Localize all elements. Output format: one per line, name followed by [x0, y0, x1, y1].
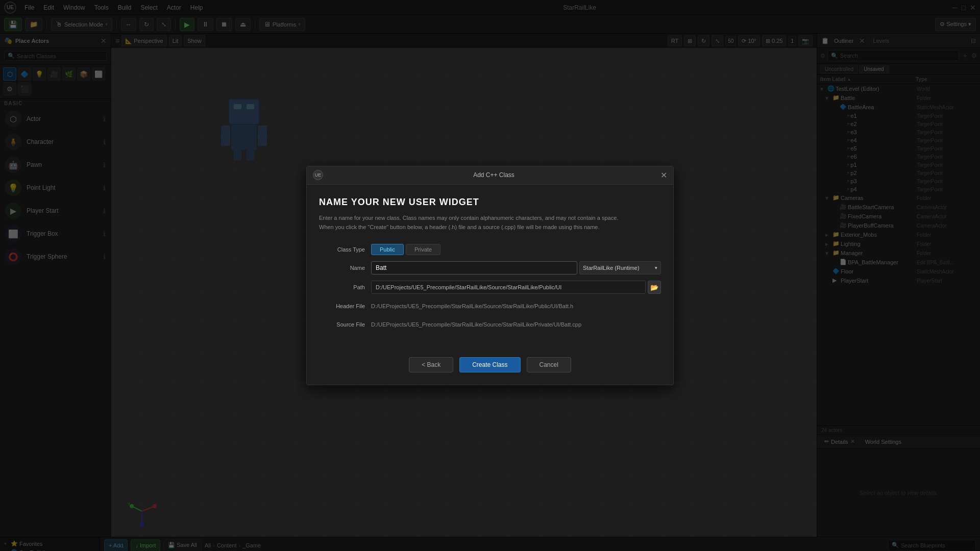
modal-ue-logo: UE — [313, 170, 323, 180]
runtime-dropdown-icon: ▾ — [655, 265, 657, 270]
modal-description: Enter a name for your new class. Class n… — [319, 214, 661, 232]
name-control: StarRailLike (Runtime) ▾ — [371, 261, 661, 274]
modal-title: Add C++ Class — [327, 171, 660, 179]
class-type-row: Class Type Public Private — [319, 244, 661, 255]
name-input[interactable] — [371, 261, 577, 274]
class-type-private-btn[interactable]: Private — [406, 244, 440, 255]
modal-overlay: UE Add C++ Class ✕ NAME YOUR NEW USER WI… — [0, 0, 980, 551]
modal-footer: < Back Create Class Cancel — [307, 349, 673, 385]
runtime-select[interactable]: StarRailLike (Runtime) ▾ — [579, 261, 661, 274]
name-label: Name — [319, 265, 365, 271]
modal-desc-line2: When you click the "Create" button below… — [319, 224, 600, 230]
class-type-control: Public Private — [371, 244, 661, 255]
modal-body: NAME YOUR NEW USER WIDGET Enter a name f… — [307, 185, 673, 349]
name-row: Name StarRailLike (Runtime) ▾ — [319, 261, 661, 274]
path-row: Path 📂 — [319, 281, 661, 294]
path-input[interactable] — [371, 281, 646, 294]
path-browse-btn[interactable]: 📂 — [648, 281, 661, 294]
header-file-row: Header File D:/UEProjects/UE5_Precompile… — [319, 300, 661, 312]
path-label: Path — [319, 284, 365, 290]
source-file-row: Source File D:/UEProjects/UE5_Precompile… — [319, 318, 661, 331]
class-type-public-btn[interactable]: Public — [371, 244, 404, 255]
modal-heading: NAME YOUR NEW USER WIDGET — [319, 197, 661, 208]
source-file-value: D:/UEProjects/UE5_Precompile/StarRailLik… — [371, 318, 661, 331]
class-type-label: Class Type — [319, 246, 365, 253]
add-cpp-class-modal: UE Add C++ Class ✕ NAME YOUR NEW USER WI… — [306, 166, 674, 385]
header-file-label: Header File — [319, 303, 365, 309]
modal-close-button[interactable]: ✕ — [660, 170, 667, 180]
path-control: 📂 — [371, 281, 661, 294]
cancel-button[interactable]: Cancel — [527, 357, 571, 372]
source-file-label: Source File — [319, 321, 365, 328]
create-class-button[interactable]: Create Class — [459, 357, 520, 372]
header-file-value: D:/UEProjects/UE5_Precompile/StarRailLik… — [371, 300, 661, 312]
back-button[interactable]: < Back — [409, 357, 453, 372]
modal-desc-line1: Enter a name for your new class. Class n… — [319, 215, 618, 221]
modal-header: UE Add C++ Class ✕ — [307, 166, 673, 185]
runtime-label: StarRailLike (Runtime) — [583, 265, 640, 271]
